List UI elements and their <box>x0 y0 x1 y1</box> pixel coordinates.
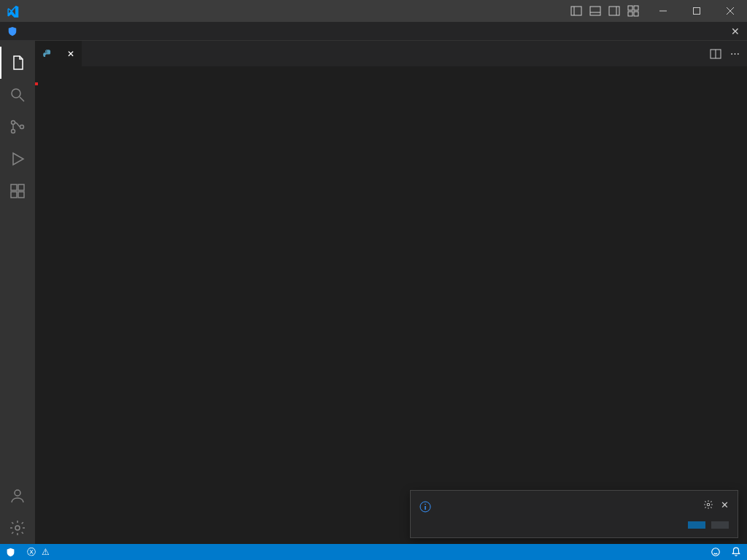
minimap[interactable] <box>662 82 747 544</box>
layout-controls <box>570 5 646 17</box>
maximize-button[interactable] <box>680 0 713 22</box>
svg-point-16 <box>12 121 15 125</box>
svg-point-23 <box>15 490 20 496</box>
extensions-icon[interactable] <box>0 175 35 207</box>
svg-point-29 <box>425 504 426 505</box>
editor-area: ✕ ⋯ <box>35 41 747 544</box>
accounts-icon[interactable] <box>0 480 35 512</box>
explorer-icon[interactable] <box>0 47 35 79</box>
svg-rect-19 <box>11 184 17 190</box>
source-control-icon[interactable] <box>0 111 35 143</box>
svg-rect-11 <box>694 8 700 15</box>
svg-rect-0 <box>571 7 581 15</box>
tab-site-py[interactable]: ✕ <box>35 41 82 66</box>
toggle-panel-icon[interactable] <box>589 5 601 17</box>
vscode-logo-icon <box>0 5 25 18</box>
shield-icon <box>7 26 18 36</box>
notification-close-icon[interactable]: ✕ <box>721 499 729 510</box>
tab-close-icon[interactable]: ✕ <box>67 49 74 59</box>
svg-rect-2 <box>590 7 600 15</box>
svg-point-18 <box>20 125 24 129</box>
minimize-button[interactable] <box>646 0 680 22</box>
banner-close-icon[interactable]: ✕ <box>731 26 740 37</box>
svg-rect-8 <box>628 12 632 16</box>
svg-line-15 <box>20 97 24 101</box>
notification-toast: ✕ <box>410 490 738 538</box>
svg-rect-6 <box>628 6 632 10</box>
svg-rect-20 <box>11 192 17 198</box>
code-editor[interactable] <box>35 82 662 544</box>
notification-gear-icon[interactable] <box>703 499 713 510</box>
svg-point-17 <box>12 130 15 133</box>
tab-bar: ✕ ⋯ <box>35 41 747 66</box>
svg-rect-22 <box>18 184 24 190</box>
svg-rect-9 <box>634 12 638 16</box>
svg-point-30 <box>707 503 710 506</box>
toggle-secondary-icon[interactable] <box>608 5 620 17</box>
run-debug-icon[interactable] <box>0 143 35 175</box>
title-bar <box>0 0 747 22</box>
more-actions-icon[interactable]: ⋯ <box>730 48 740 59</box>
python-file-icon <box>42 49 53 59</box>
breadcrumbs[interactable] <box>35 66 747 82</box>
svg-rect-21 <box>18 192 24 198</box>
svg-point-31 <box>712 548 720 556</box>
svg-rect-4 <box>609 7 619 15</box>
install-button[interactable] <box>688 521 705 529</box>
search-icon[interactable] <box>0 79 35 111</box>
close-button[interactable] <box>713 0 747 22</box>
svg-point-14 <box>12 89 20 98</box>
toggle-sidebar-icon[interactable] <box>570 5 582 17</box>
show-recommendations-button[interactable] <box>711 521 729 529</box>
svg-rect-7 <box>634 6 638 10</box>
split-editor-icon[interactable] <box>710 48 721 60</box>
feedback-icon[interactable] <box>711 547 721 557</box>
svg-point-24 <box>15 526 20 530</box>
window-controls <box>646 0 747 22</box>
activity-bar <box>0 41 35 544</box>
status-problems[interactable]: ⓧ ⚠ <box>27 546 53 559</box>
restricted-mode-banner: ✕ <box>0 22 747 41</box>
settings-gear-icon[interactable] <box>0 512 35 544</box>
info-icon <box>419 501 431 513</box>
status-restricted-mode[interactable] <box>6 548 18 557</box>
status-bar: ⓧ ⚠ <box>0 544 747 560</box>
notifications-bell-icon[interactable] <box>731 547 741 557</box>
customize-layout-icon[interactable] <box>627 5 639 17</box>
